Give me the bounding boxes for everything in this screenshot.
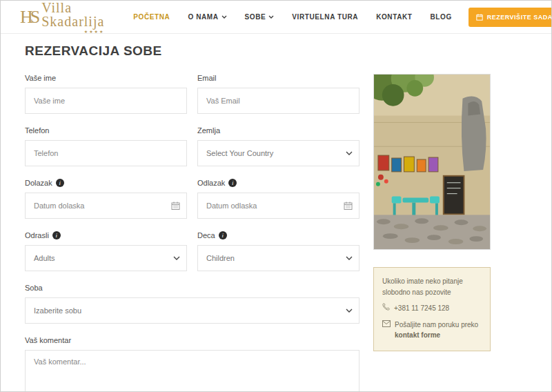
contact-form-link[interactable]: kontakt forme bbox=[395, 331, 440, 339]
nav-item-virtuelna-tura[interactable]: VIRTUELNA TURA bbox=[292, 13, 358, 21]
arrival-label-row: Dolazak i bbox=[25, 179, 187, 187]
room-select[interactable]: Izaberite sobu bbox=[25, 297, 359, 324]
email-input[interactable] bbox=[197, 88, 359, 114]
chevron-down-icon bbox=[173, 256, 180, 260]
nav-item-sobe[interactable]: SOBE bbox=[245, 13, 275, 21]
page-title: REZERVACIJA SOBE bbox=[1, 34, 551, 59]
adults-label: Odrasli bbox=[25, 231, 49, 239]
room-select-value: Izaberite sobu bbox=[34, 306, 81, 315]
booking-form: Vaše ime Email Telefon Zemlja bbox=[25, 74, 359, 392]
email-field-group: Email bbox=[197, 74, 359, 114]
children-label: Deca bbox=[197, 231, 215, 239]
phone-input[interactable] bbox=[25, 140, 187, 166]
nav-item-label: O NAMA bbox=[188, 13, 218, 21]
contact-message-prefix: Pošaljite nam poruku preko bbox=[395, 321, 478, 329]
chevron-down-icon bbox=[221, 15, 227, 19]
name-input[interactable] bbox=[25, 88, 187, 114]
contact-message-line: Pošaljite nam poruku preko kontakt forme bbox=[382, 320, 482, 341]
chevron-down-icon bbox=[268, 15, 274, 19]
departure-label-row: Odlazak i bbox=[197, 179, 359, 187]
phone-label: Telefon bbox=[25, 126, 187, 135]
contact-info-box: Ukoliko imate neko pitanje slobodno nas … bbox=[373, 267, 491, 351]
chevron-down-icon bbox=[346, 151, 353, 155]
chevron-down-icon bbox=[346, 308, 353, 313]
children-select[interactable]: Children bbox=[197, 245, 359, 271]
adults-select-value: Adults bbox=[34, 254, 55, 262]
country-select-value: Select Your Country bbox=[206, 149, 273, 157]
children-select-value: Children bbox=[206, 254, 235, 262]
nav-item-kontakt[interactable]: KONTAKT bbox=[376, 13, 412, 21]
contact-phone-line: +381 11 7245 128 bbox=[382, 303, 482, 314]
header: HS Villa Skadarlija ★★★★ POČETNA O NAMA … bbox=[1, 1, 551, 34]
brand-monogram: HS bbox=[20, 7, 37, 28]
country-field-group: Zemlja Select Your Country bbox=[197, 126, 359, 166]
chevron-down-icon bbox=[346, 256, 353, 260]
main-nav: POČETNA O NAMA SOBE VIRTUELNA TURA KONTA… bbox=[133, 13, 451, 21]
comment-textarea[interactable] bbox=[25, 350, 359, 392]
nav-item-label: VIRTUELNA TURA bbox=[292, 13, 358, 21]
nav-item-label: BLOG bbox=[430, 13, 451, 21]
nav-item-blog[interactable]: BLOG bbox=[430, 13, 451, 21]
reserve-now-button[interactable]: REZERVIŠITE SADA bbox=[469, 8, 552, 27]
nav-item-label: KONTAKT bbox=[376, 13, 412, 21]
phone-icon bbox=[382, 303, 390, 313]
brand-name: Villa Skadarlija bbox=[41, 1, 104, 28]
nav-item-o-nama[interactable]: O NAMA bbox=[188, 13, 226, 21]
departure-date-input[interactable] bbox=[197, 193, 359, 219]
name-label: Vaše ime bbox=[25, 74, 187, 82]
name-field-group: Vaše ime bbox=[25, 74, 187, 114]
arrival-field-group: Dolazak i bbox=[25, 179, 187, 219]
calendar-icon bbox=[171, 202, 180, 210]
brand-logo[interactable]: HS Villa Skadarlija ★★★★ bbox=[20, 1, 104, 34]
adults-label-row: Odrasli i bbox=[25, 231, 187, 239]
nav-item-pocetna[interactable]: POČETNA bbox=[133, 13, 170, 21]
comment-label: Vaš komentar bbox=[25, 336, 359, 344]
street-photo bbox=[373, 74, 491, 250]
nav-item-label: SOBE bbox=[245, 13, 266, 21]
departure-field-group: Odlazak i bbox=[197, 179, 359, 219]
country-select[interactable]: Select Your Country bbox=[197, 140, 359, 166]
arrival-label: Dolazak bbox=[25, 179, 52, 187]
comment-field-group: Vaš komentar bbox=[25, 336, 359, 392]
calendar-icon bbox=[476, 14, 483, 21]
envelope-icon bbox=[382, 320, 391, 330]
phone-field-group: Telefon bbox=[25, 126, 187, 166]
reserve-now-label: REZERVIŠITE SADA bbox=[487, 14, 552, 21]
room-label: Soba bbox=[25, 284, 359, 292]
adults-field-group: Odrasli i Adults bbox=[25, 231, 187, 271]
calendar-icon bbox=[344, 202, 353, 210]
children-field-group: Deca i Children bbox=[197, 231, 359, 271]
sidebar: Ukoliko imate neko pitanje slobodno nas … bbox=[373, 74, 491, 392]
adults-select[interactable]: Adults bbox=[25, 245, 187, 271]
room-field-group: Soba Izaberite sobu bbox=[25, 284, 359, 324]
brand-stars: ★★★★ bbox=[41, 30, 104, 34]
info-icon: i bbox=[228, 179, 237, 187]
arrival-date-input[interactable] bbox=[25, 193, 187, 219]
children-label-row: Deca i bbox=[197, 231, 359, 239]
email-label: Email bbox=[197, 74, 359, 82]
info-icon: i bbox=[52, 231, 61, 239]
country-label: Zemlja bbox=[197, 126, 359, 135]
main-content: Vaše ime Email Telefon Zemlja bbox=[1, 59, 551, 392]
nav-item-label: POČETNA bbox=[133, 13, 170, 21]
departure-label: Odlazak bbox=[197, 179, 225, 187]
contact-info-text: Ukoliko imate neko pitanje slobodno nas … bbox=[382, 276, 482, 297]
contact-phone-number[interactable]: +381 11 7245 128 bbox=[394, 303, 449, 314]
info-icon: i bbox=[56, 179, 64, 187]
info-icon: i bbox=[219, 231, 227, 239]
contact-message-text: Pošaljite nam poruku preko kontakt forme bbox=[395, 320, 482, 341]
